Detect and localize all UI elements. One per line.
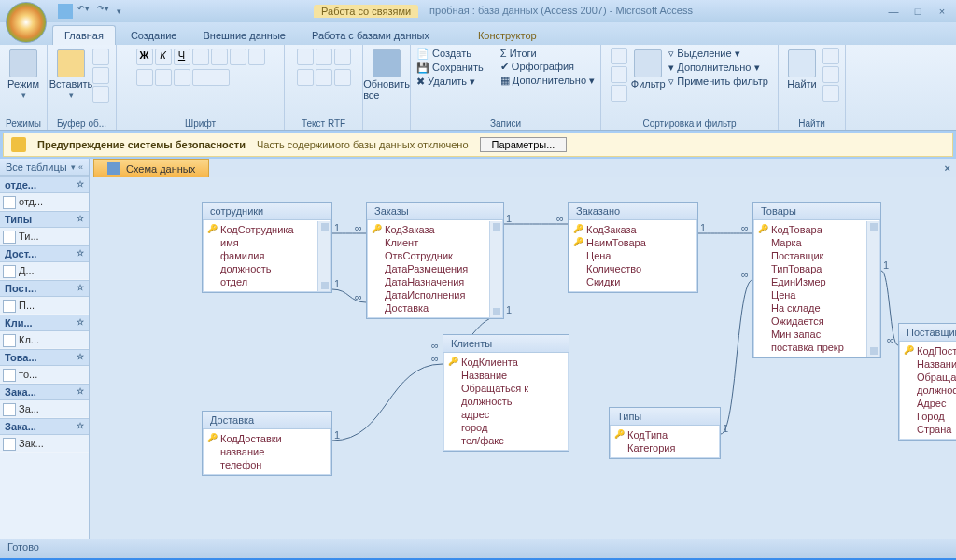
italic-icon[interactable]: К — [155, 49, 172, 65]
view-button[interactable]: Режим▾ — [6, 48, 41, 102]
nav-group[interactable]: Пост...☆ — [0, 280, 89, 297]
align-center-icon[interactable] — [211, 49, 228, 65]
table-field[interactable]: адрес — [446, 408, 565, 421]
find-button[interactable]: Найти — [784, 48, 820, 91]
nav-group[interactable]: Дост...☆ — [0, 245, 89, 262]
table-field[interactable]: Обращаться к — [446, 382, 565, 395]
indent-dec-icon[interactable] — [334, 49, 351, 65]
table-field[interactable]: Цена — [756, 288, 877, 301]
table-field[interactable]: КодПоставщика — [902, 344, 956, 357]
table-field[interactable]: фамилия — [205, 249, 328, 262]
sort-asc-icon[interactable] — [611, 48, 627, 64]
save-icon[interactable] — [58, 4, 73, 19]
table-title[interactable]: Заказано — [569, 203, 697, 220]
table-tovary[interactable]: ТоварыКодТовараМаркаПоставщикТипТовараЕд… — [752, 202, 881, 358]
bullets-icon[interactable] — [297, 49, 314, 65]
nav-item[interactable]: П... — [0, 297, 89, 315]
nav-item[interactable]: За... — [0, 400, 89, 418]
nav-item[interactable]: отд... — [0, 193, 89, 211]
table-field[interactable]: Город — [902, 410, 956, 423]
table-field[interactable]: тел/факс — [446, 434, 565, 447]
tab-schema[interactable]: Схема данных — [93, 159, 209, 178]
rtl-icon[interactable] — [334, 69, 351, 86]
table-field[interactable]: город — [446, 421, 565, 434]
tab-database-tools[interactable]: Работа с базами данных — [301, 26, 441, 45]
table-title[interactable]: Клиенты — [443, 335, 569, 353]
office-button[interactable] — [6, 2, 47, 43]
ltr-icon[interactable] — [316, 69, 332, 86]
table-field[interactable]: На складе — [756, 301, 877, 315]
nav-header[interactable]: Все таблицы▾ « — [0, 159, 89, 176]
table-field[interactable]: Ожидается — [756, 315, 877, 328]
paste-button[interactable]: Вставить▾ — [53, 48, 89, 102]
nav-group[interactable]: Зака...☆ — [0, 418, 89, 435]
table-title[interactable]: Заказы — [367, 203, 503, 220]
table-title[interactable]: Товары — [753, 203, 880, 220]
totals-button[interactable]: Σ Итоги — [500, 48, 595, 59]
table-field[interactable]: Количество — [571, 262, 694, 275]
table-field[interactable]: КодТовара — [756, 223, 877, 236]
bold-icon[interactable]: Ж — [136, 49, 153, 65]
table-title[interactable]: Поставщики — [899, 324, 956, 342]
more-records-button[interactable]: ▦ Дополнительно ▾ — [500, 75, 595, 87]
table-field[interactable]: Скидки — [571, 275, 694, 288]
table-sotrudniki[interactable]: сотрудникиКодСотрудникаимяфамилиядолжнос… — [202, 202, 332, 293]
table-field[interactable]: Страна — [902, 423, 956, 436]
indent-inc-icon[interactable] — [297, 69, 314, 86]
relationship-diagram[interactable]: 1∞1∞1∞1∞1∞1∞1∞1∞ сотрудникиКодСотрудника… — [90, 177, 956, 539]
table-field[interactable]: Цена — [571, 249, 694, 262]
table-klienty[interactable]: КлиентыКодКлиентаНазваниеОбращаться кдол… — [443, 334, 569, 452]
replace-icon[interactable] — [822, 48, 839, 64]
nav-group[interactable]: Това...☆ — [0, 349, 89, 366]
delete-record-button[interactable]: ✖ Удалить ▾ — [416, 76, 484, 88]
table-field[interactable]: должность — [446, 395, 565, 408]
close-tab-button[interactable]: × — [945, 162, 950, 174]
table-field[interactable]: ДатаРазмещения — [370, 262, 499, 275]
tab-external-data[interactable]: Внешние данные — [192, 26, 297, 45]
table-field[interactable]: НаимТовара — [571, 236, 694, 249]
new-record-button[interactable]: 📄 Создать — [416, 48, 484, 60]
tab-design[interactable]: Конструктор — [467, 26, 548, 45]
numbering-icon[interactable] — [316, 49, 332, 65]
table-field[interactable]: Обращаться к — [902, 371, 956, 384]
table-field[interactable]: телефон — [205, 458, 328, 471]
table-field[interactable]: ТипТовара — [756, 262, 877, 275]
table-field[interactable]: Марка — [756, 236, 877, 249]
table-field[interactable]: Категория — [612, 441, 716, 455]
gridlines-icon[interactable] — [248, 49, 265, 65]
nav-item[interactable]: Д... — [0, 262, 89, 280]
table-zakazy[interactable]: ЗаказыКодЗаказаКлиентОтвСотрудникДатаРаз… — [366, 202, 504, 319]
table-postavshiki[interactable]: ПоставщикиКодПоставщикаНазваниеОбращатьс… — [898, 323, 956, 441]
alt-row-color-icon[interactable] — [174, 69, 190, 86]
table-field[interactable]: КодСотрудника — [205, 223, 328, 236]
table-field[interactable]: имя — [205, 236, 328, 249]
underline-icon[interactable]: Ч — [174, 49, 190, 65]
copy-icon[interactable] — [92, 67, 109, 84]
clear-sort-icon[interactable] — [611, 85, 627, 102]
grid-style-icon[interactable] — [192, 69, 230, 86]
redo-icon[interactable]: ↷▾ — [97, 4, 112, 19]
table-field[interactable]: ЕдинИзмер — [756, 275, 877, 288]
align-right-icon[interactable] — [230, 49, 246, 65]
goto-icon[interactable] — [822, 66, 839, 83]
table-field[interactable]: Название — [446, 369, 565, 382]
scrollbar[interactable] — [489, 221, 502, 317]
font-color-icon[interactable] — [136, 69, 153, 86]
table-field[interactable]: должность — [205, 262, 328, 275]
format-painter-icon[interactable] — [92, 86, 109, 103]
table-field[interactable]: КодЗаказа — [571, 223, 694, 236]
spelling-button[interactable]: ✔ Орфография — [500, 61, 595, 73]
align-left-icon[interactable] — [192, 49, 209, 65]
table-field[interactable]: КодКлиента — [446, 356, 565, 369]
table-dostavka[interactable]: ДоставкаКодДоставкиназваниетелефон — [202, 411, 332, 476]
refresh-all-button[interactable]: Обновить все — [369, 48, 404, 103]
nav-group[interactable]: Типы☆ — [0, 211, 89, 228]
table-field[interactable]: Клиент — [370, 236, 499, 249]
close-button[interactable]: × — [934, 6, 950, 17]
minimize-button[interactable]: — — [885, 6, 902, 17]
table-field[interactable]: название — [205, 445, 328, 458]
nav-group[interactable]: Кли...☆ — [0, 315, 89, 331]
table-tipy[interactable]: ТипыКодТипаКатегория — [609, 407, 721, 459]
undo-icon[interactable]: ↶▾ — [77, 4, 92, 19]
nav-group[interactable]: Зака...☆ — [0, 384, 89, 400]
